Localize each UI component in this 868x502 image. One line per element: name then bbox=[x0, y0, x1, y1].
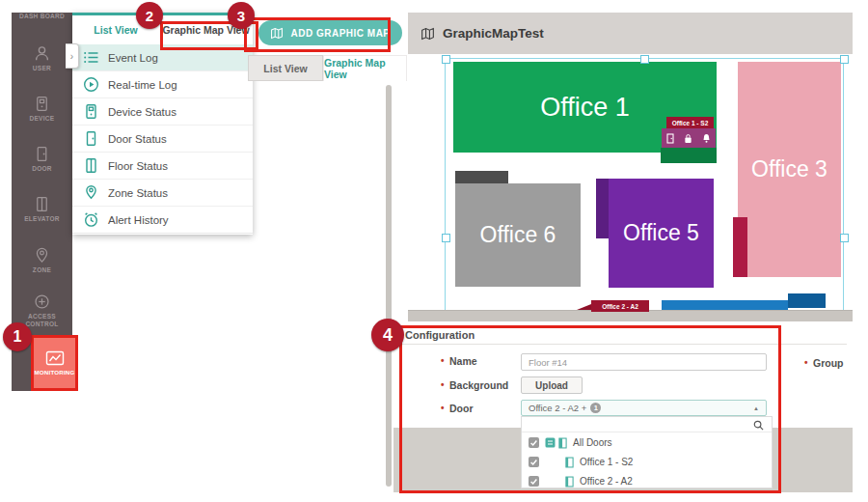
door-status-icon bbox=[83, 130, 99, 147]
room-label: Office 3 bbox=[751, 156, 827, 182]
sidebar-item-door[interactable]: DOOR bbox=[12, 145, 72, 173]
dropdown-item-office-1-s2[interactable]: Office 1 - S2 bbox=[522, 453, 772, 471]
sidebar-item-user[interactable]: USER bbox=[12, 44, 72, 72]
annotation-number: 3 bbox=[237, 8, 245, 24]
dropdown-item-office-2-a2[interactable]: Office 2 - A2 bbox=[522, 472, 772, 490]
door-badge-office-1-s2[interactable]: Office 1 - S2 bbox=[666, 117, 714, 128]
annotation-number: 4 bbox=[383, 325, 393, 346]
sidebar-item-device[interactable]: DEVICE bbox=[12, 95, 72, 123]
menu-item-label: Real-time Log bbox=[108, 79, 177, 91]
zone-status-icon bbox=[83, 184, 99, 201]
checkbox-checked[interactable] bbox=[529, 476, 539, 487]
sidebar-item-label: ELEVATOR bbox=[12, 215, 72, 223]
annotation-circle-4: 4 bbox=[371, 319, 404, 351]
menu-item-device-status[interactable]: Device Status bbox=[72, 98, 253, 126]
map-icon bbox=[420, 27, 435, 41]
sidebar-item-label: DASH BOARD bbox=[12, 13, 72, 20]
user-icon bbox=[33, 44, 51, 63]
door-label: Door bbox=[449, 403, 474, 414]
selection-handle[interactable] bbox=[442, 55, 450, 64]
search-icon[interactable] bbox=[753, 420, 764, 431]
menu-item-floor-status[interactable]: Floor Status bbox=[72, 153, 253, 180]
content-tab-list-view[interactable]: List View bbox=[248, 55, 323, 81]
sidebar-item-label: USER bbox=[12, 65, 72, 72]
menu-item-door-status[interactable]: Door Status bbox=[72, 126, 253, 153]
door-open-icon[interactable] bbox=[666, 133, 674, 144]
map-shape-dark-blue-rect[interactable] bbox=[788, 293, 826, 308]
selection-handle[interactable] bbox=[442, 234, 450, 242]
checkbox-checked[interactable] bbox=[529, 437, 539, 448]
required-bullet: • bbox=[804, 357, 808, 368]
menu-item-label: Zone Status bbox=[108, 187, 168, 199]
door-status-icon-bar bbox=[662, 128, 716, 148]
name-input[interactable] bbox=[521, 353, 767, 371]
sidebar-item-label: MONITORING bbox=[34, 369, 74, 376]
dropdown-search-row[interactable] bbox=[522, 417, 772, 432]
panel-expander-button[interactable]: › bbox=[66, 43, 79, 69]
required-bullet: • bbox=[441, 379, 445, 390]
map-shape-green-strip[interactable] bbox=[661, 148, 717, 163]
tab-label: List View bbox=[263, 63, 307, 74]
lock-icon[interactable] bbox=[684, 133, 692, 144]
map-room-office-3[interactable]: Office 3 bbox=[738, 62, 841, 277]
sidebar-item-zone[interactable]: ZONE bbox=[12, 246, 72, 274]
menu-item-zone-status[interactable]: Zone Status bbox=[72, 180, 253, 207]
sidebar-item-label: DEVICE bbox=[12, 115, 72, 123]
selection-handle[interactable] bbox=[640, 55, 649, 64]
map-room-office-5[interactable]: Office 5 bbox=[609, 179, 714, 288]
door-badge-office-2-a2[interactable]: Office 2 - A2 bbox=[591, 300, 649, 312]
door-count-badge: 1 bbox=[590, 403, 601, 413]
sidebar-item-dashboard[interactable]: DASH BOARD bbox=[12, 11, 72, 20]
sidebar-item-label: DOOR bbox=[12, 165, 72, 173]
map-room-office-6[interactable]: Office 6 bbox=[455, 183, 581, 287]
alert-history-icon bbox=[83, 211, 99, 228]
menu-item-label: Door Status bbox=[108, 133, 167, 145]
door-select[interactable]: Office 2 - A2 + 1 ▲ bbox=[521, 400, 767, 416]
upload-button[interactable]: Upload bbox=[521, 376, 583, 394]
add-graphic-map-label: ADD GRAPHIC MAP bbox=[290, 28, 390, 39]
door-badge-label: Office 2 - A2 bbox=[602, 303, 638, 310]
required-bullet: • bbox=[441, 355, 445, 366]
door-icon bbox=[565, 457, 574, 468]
menu-list: Event Log Real-time Log Device Status Do… bbox=[72, 44, 253, 234]
sidebar-item-elevator[interactable]: ELEVATOR bbox=[12, 195, 72, 223]
map-header: GraphicMapTest bbox=[408, 13, 853, 54]
dropdown-item-all-doors[interactable]: All Doors bbox=[522, 433, 772, 452]
menu-item-label: Alert History bbox=[108, 214, 169, 226]
annotation-number: 2 bbox=[146, 8, 153, 24]
door-dropdown: All Doors Office 1 - S2 Office 2 - A2 bbox=[521, 416, 773, 488]
map-shape-crimson-bar[interactable] bbox=[733, 217, 747, 277]
menu-item-alert-history[interactable]: Alert History bbox=[72, 207, 253, 234]
tab-label: List View bbox=[94, 24, 137, 36]
door-select-value: Office 2 - A2 + bbox=[529, 403, 586, 413]
menu-item-real-time-log[interactable]: Real-time Log bbox=[72, 71, 253, 98]
menu-item-label: Device Status bbox=[108, 106, 176, 118]
bell-icon[interactable] bbox=[702, 133, 711, 144]
dropdown-item-label: All Doors bbox=[573, 437, 612, 448]
floor-status-icon bbox=[83, 157, 99, 174]
dropdown-item-label: Office 1 - S2 bbox=[580, 457, 633, 467]
sidebar-item-monitoring[interactable]: MONITORING bbox=[31, 335, 78, 391]
selection-handle[interactable] bbox=[840, 234, 849, 242]
door-badge-label: Office 1 - S2 bbox=[672, 120, 709, 126]
door-icon bbox=[558, 437, 567, 449]
content-tab-graphic-map-view[interactable]: Graphic Map View bbox=[323, 55, 407, 81]
panel-scrollbar[interactable] bbox=[386, 85, 392, 487]
map-shape-purple-strip[interactable] bbox=[596, 179, 609, 238]
add-graphic-map-button[interactable]: ADD GRAPHIC MAP bbox=[258, 20, 402, 45]
background-label: Background bbox=[449, 379, 508, 391]
checkbox-checked[interactable] bbox=[529, 457, 539, 467]
menu-item-label: Floor Status bbox=[108, 160, 168, 172]
annotation-circle-3: 3 bbox=[228, 2, 255, 29]
real-time-log-icon bbox=[83, 76, 99, 93]
annotation-number: 1 bbox=[14, 328, 22, 346]
menu-popup: List View Graphic Map View Event Log Rea… bbox=[72, 13, 253, 235]
app-root: DASH BOARD USER DEVICE DOOR ELEVATOR ZON… bbox=[0, 0, 868, 502]
annotation-circle-1: 1 bbox=[3, 322, 32, 351]
room-label: Office 1 bbox=[540, 93, 630, 123]
dropdown-item-label: Office 2 - A2 bbox=[580, 476, 633, 487]
map-shape-dark-tab[interactable] bbox=[455, 171, 508, 183]
menu-item-event-log[interactable]: Event Log bbox=[72, 44, 253, 71]
selection-handle[interactable] bbox=[840, 55, 849, 64]
event-log-icon bbox=[83, 49, 99, 66]
